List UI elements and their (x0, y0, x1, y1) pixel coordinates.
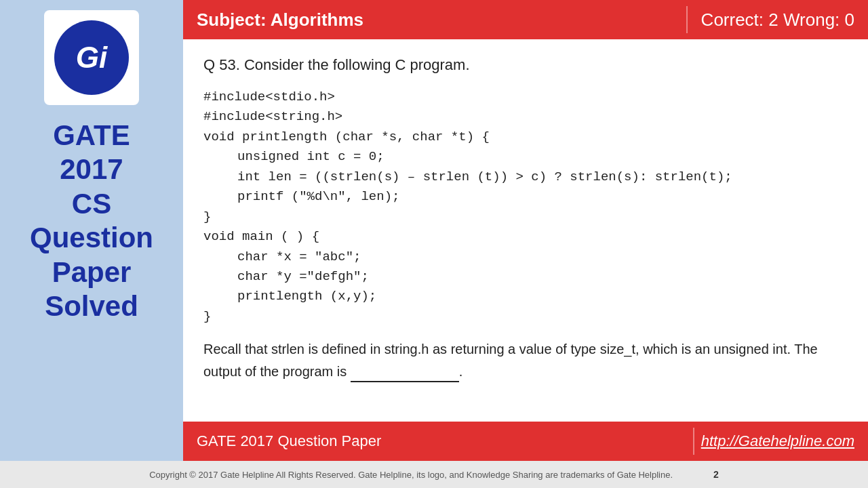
content-area: Subject: Algorithms Correct: 2 Wrong: 0 … (183, 0, 868, 461)
bottom-link[interactable]: http://Gatehelpline.com (701, 432, 854, 450)
logo-box: Gi (44, 10, 139, 105)
question-title: Q 53. Consider the following C program. (203, 56, 848, 74)
footer-page: 2 (713, 469, 719, 480)
bottom-label: GATE 2017 Question Paper (197, 432, 686, 450)
code-line-8: void main ( ) { (203, 227, 848, 247)
code-line-10: char *y ="defgh"; (203, 267, 848, 287)
subject-value: Algorithms (271, 9, 363, 30)
subject-label: Subject: (197, 9, 271, 30)
code-line-11: printlength (x,y); (203, 287, 848, 306)
code-line-4: unsigned int c = 0; (203, 147, 848, 167)
footer: Copyright © 2017 Gate Helpline All Right… (0, 461, 868, 488)
answer-blank (351, 360, 459, 382)
sidebar-line4: Question (30, 221, 153, 255)
code-line-9: char *x = "abc"; (203, 247, 848, 267)
code-block: #include<stdio.h> #include<string.h> voi… (203, 87, 848, 327)
sidebar-line2: 2017 (30, 152, 153, 186)
sidebar: Gi GATE 2017 CS Question Paper Solved (0, 0, 183, 461)
logo-circle: Gi (54, 20, 129, 95)
code-line-7: } (203, 207, 848, 227)
header-bar: Subject: Algorithms Correct: 2 Wrong: 0 (183, 0, 868, 39)
sidebar-line5: Paper (30, 256, 153, 289)
code-line-12: } (203, 307, 848, 327)
header-divider (686, 6, 688, 33)
description-text: Recall that strlen is defined in string.… (203, 339, 848, 382)
sidebar-line3: CS (30, 187, 153, 221)
bottom-divider (693, 428, 694, 455)
code-line-6: printf ("%d\n", len); (203, 187, 848, 207)
code-line-3: void printlength (char *s, char *t) { (203, 127, 848, 147)
sidebar-line1: GATE (30, 119, 153, 152)
code-line-5: int len = ((strlen(s) – strlen (t)) > c)… (203, 167, 848, 187)
code-line-2: #include<string.h> (203, 107, 848, 127)
bottom-bar: GATE 2017 Question Paper http://Gatehelp… (183, 422, 868, 461)
header-score: Correct: 2 Wrong: 0 (701, 9, 854, 30)
header-subject: Subject: Algorithms (197, 9, 673, 30)
code-line-1: #include<stdio.h> (203, 87, 848, 107)
question-content: Q 53. Consider the following C program. … (183, 39, 868, 422)
sidebar-line6: Solved (30, 289, 153, 323)
footer-copyright: Copyright © 2017 Gate Helpline All Right… (149, 470, 673, 480)
logo-letters: Gi (76, 43, 107, 73)
sidebar-title: GATE 2017 CS Question Paper Solved (30, 119, 153, 323)
